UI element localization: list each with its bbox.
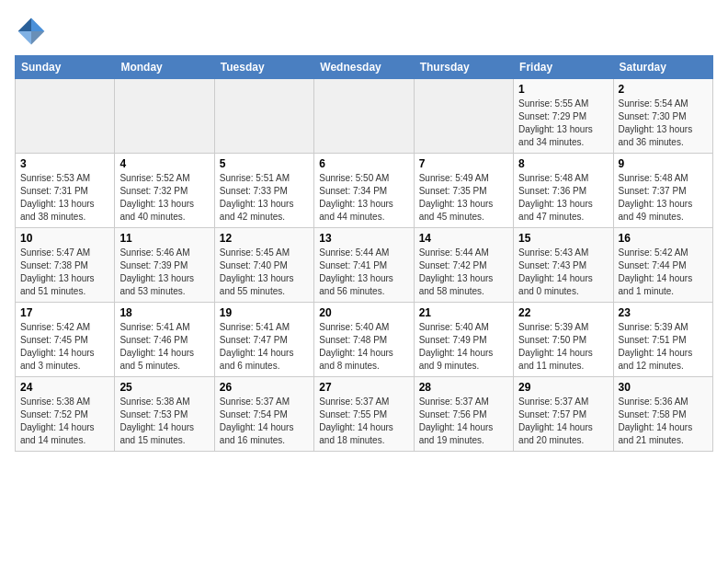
day-cell — [214, 79, 313, 154]
svg-marker-1 — [18, 18, 31, 31]
day-cell: 13Sunrise: 5:44 AMSunset: 7:41 PMDayligh… — [314, 228, 414, 303]
day-cell: 14Sunrise: 5:44 AMSunset: 7:42 PMDayligh… — [414, 228, 513, 303]
day-info: Sunrise: 5:49 AMSunset: 7:35 PMDaylight:… — [419, 172, 508, 224]
day-cell: 23Sunrise: 5:39 AMSunset: 7:51 PMDayligh… — [613, 303, 712, 377]
header-thursday: Thursday — [414, 56, 513, 79]
day-number: 27 — [319, 381, 408, 394]
day-info: Sunrise: 5:55 AMSunset: 7:29 PMDaylight:… — [518, 98, 608, 149]
day-number: 21 — [419, 306, 508, 319]
header-sunday: Sunday — [16, 56, 115, 79]
day-cell: 1Sunrise: 5:55 AMSunset: 7:29 PMDaylight… — [514, 79, 613, 154]
day-number: 11 — [119, 232, 209, 245]
day-info: Sunrise: 5:42 AMSunset: 7:44 PMDaylight:… — [619, 247, 708, 298]
day-number: 1 — [518, 83, 608, 96]
day-cell: 28Sunrise: 5:37 AMSunset: 7:56 PMDayligh… — [414, 377, 513, 452]
svg-marker-0 — [31, 18, 44, 31]
day-cell: 10Sunrise: 5:47 AMSunset: 7:38 PMDayligh… — [16, 228, 115, 303]
day-number: 12 — [220, 232, 309, 245]
day-number: 23 — [619, 306, 708, 319]
day-cell: 24Sunrise: 5:38 AMSunset: 7:52 PMDayligh… — [16, 377, 115, 452]
day-info: Sunrise: 5:39 AMSunset: 7:50 PMDaylight:… — [518, 321, 608, 373]
header-wednesday: Wednesday — [314, 56, 414, 79]
day-cell: 16Sunrise: 5:42 AMSunset: 7:44 PMDayligh… — [613, 228, 712, 303]
day-number: 19 — [220, 306, 309, 319]
day-number: 22 — [518, 306, 608, 319]
day-cell: 6Sunrise: 5:50 AMSunset: 7:34 PMDaylight… — [314, 154, 414, 228]
svg-marker-3 — [31, 31, 44, 44]
svg-marker-2 — [18, 31, 31, 44]
day-info: Sunrise: 5:41 AMSunset: 7:46 PMDaylight:… — [119, 321, 209, 373]
day-info: Sunrise: 5:48 AMSunset: 7:36 PMDaylight:… — [518, 172, 608, 224]
logo — [15, 15, 51, 48]
day-info: Sunrise: 5:44 AMSunset: 7:41 PMDaylight:… — [319, 247, 408, 298]
day-info: Sunrise: 5:40 AMSunset: 7:48 PMDaylight:… — [319, 321, 408, 373]
day-number: 16 — [619, 232, 708, 245]
day-info: Sunrise: 5:37 AMSunset: 7:55 PMDaylight:… — [319, 396, 408, 447]
day-number: 25 — [119, 381, 209, 394]
header-friday: Friday — [514, 56, 613, 79]
day-cell: 19Sunrise: 5:41 AMSunset: 7:47 PMDayligh… — [214, 303, 313, 377]
day-number: 5 — [220, 157, 309, 170]
day-number: 4 — [119, 157, 209, 170]
day-number: 29 — [518, 381, 608, 394]
day-cell: 30Sunrise: 5:36 AMSunset: 7:58 PMDayligh… — [613, 377, 712, 452]
logo-icon — [15, 15, 48, 48]
day-info: Sunrise: 5:46 AMSunset: 7:39 PMDaylight:… — [119, 247, 209, 298]
day-info: Sunrise: 5:37 AMSunset: 7:57 PMDaylight:… — [518, 396, 608, 447]
day-info: Sunrise: 5:36 AMSunset: 7:58 PMDaylight:… — [619, 396, 708, 447]
week-row-2: 3Sunrise: 5:53 AMSunset: 7:31 PMDaylight… — [16, 154, 713, 228]
day-number: 17 — [20, 306, 109, 319]
header-row: SundayMondayTuesdayWednesdayThursdayFrid… — [16, 56, 713, 79]
day-cell: 20Sunrise: 5:40 AMSunset: 7:48 PMDayligh… — [314, 303, 414, 377]
day-cell: 3Sunrise: 5:53 AMSunset: 7:31 PMDaylight… — [16, 154, 115, 228]
day-cell: 25Sunrise: 5:38 AMSunset: 7:53 PMDayligh… — [115, 377, 214, 452]
day-info: Sunrise: 5:53 AMSunset: 7:31 PMDaylight:… — [20, 172, 109, 224]
day-info: Sunrise: 5:44 AMSunset: 7:42 PMDaylight:… — [419, 247, 508, 298]
day-info: Sunrise: 5:37 AMSunset: 7:56 PMDaylight:… — [419, 396, 508, 447]
day-info: Sunrise: 5:54 AMSunset: 7:30 PMDaylight:… — [619, 98, 708, 149]
day-info: Sunrise: 5:37 AMSunset: 7:54 PMDaylight:… — [220, 396, 309, 447]
day-cell — [16, 79, 115, 154]
day-number: 26 — [220, 381, 309, 394]
week-row-5: 24Sunrise: 5:38 AMSunset: 7:52 PMDayligh… — [16, 377, 713, 452]
day-cell: 4Sunrise: 5:52 AMSunset: 7:32 PMDaylight… — [115, 154, 214, 228]
day-number: 8 — [518, 157, 608, 170]
day-info: Sunrise: 5:38 AMSunset: 7:53 PMDaylight:… — [119, 396, 209, 447]
day-number: 18 — [119, 306, 209, 319]
header-saturday: Saturday — [613, 56, 712, 79]
header-monday: Monday — [115, 56, 214, 79]
header-tuesday: Tuesday — [214, 56, 313, 79]
day-number: 2 — [619, 83, 708, 96]
day-info: Sunrise: 5:45 AMSunset: 7:40 PMDaylight:… — [220, 247, 309, 298]
day-info: Sunrise: 5:41 AMSunset: 7:47 PMDaylight:… — [220, 321, 309, 373]
day-number: 30 — [619, 381, 708, 394]
day-cell: 15Sunrise: 5:43 AMSunset: 7:43 PMDayligh… — [514, 228, 613, 303]
day-info: Sunrise: 5:52 AMSunset: 7:32 PMDaylight:… — [119, 172, 209, 224]
day-cell: 26Sunrise: 5:37 AMSunset: 7:54 PMDayligh… — [214, 377, 313, 452]
day-cell: 21Sunrise: 5:40 AMSunset: 7:49 PMDayligh… — [414, 303, 513, 377]
day-cell — [115, 79, 214, 154]
day-info: Sunrise: 5:50 AMSunset: 7:34 PMDaylight:… — [319, 172, 408, 224]
day-cell: 8Sunrise: 5:48 AMSunset: 7:36 PMDaylight… — [514, 154, 613, 228]
day-cell: 12Sunrise: 5:45 AMSunset: 7:40 PMDayligh… — [214, 228, 313, 303]
day-cell: 27Sunrise: 5:37 AMSunset: 7:55 PMDayligh… — [314, 377, 414, 452]
day-number: 15 — [518, 232, 608, 245]
day-info: Sunrise: 5:38 AMSunset: 7:52 PMDaylight:… — [20, 396, 109, 447]
day-number: 14 — [419, 232, 508, 245]
day-info: Sunrise: 5:47 AMSunset: 7:38 PMDaylight:… — [20, 247, 109, 298]
day-cell: 2Sunrise: 5:54 AMSunset: 7:30 PMDaylight… — [613, 79, 712, 154]
calendar-table: SundayMondayTuesdayWednesdayThursdayFrid… — [15, 55, 713, 452]
day-cell — [314, 79, 414, 154]
day-number: 28 — [419, 381, 508, 394]
day-number: 7 — [419, 157, 508, 170]
day-number: 24 — [20, 381, 109, 394]
day-number: 10 — [20, 232, 109, 245]
day-cell — [414, 79, 513, 154]
day-number: 6 — [319, 157, 408, 170]
day-info: Sunrise: 5:43 AMSunset: 7:43 PMDaylight:… — [518, 247, 608, 298]
day-cell: 18Sunrise: 5:41 AMSunset: 7:46 PMDayligh… — [115, 303, 214, 377]
week-row-4: 17Sunrise: 5:42 AMSunset: 7:45 PMDayligh… — [16, 303, 713, 377]
day-info: Sunrise: 5:40 AMSunset: 7:49 PMDaylight:… — [419, 321, 508, 373]
header — [15, 15, 713, 48]
day-cell: 5Sunrise: 5:51 AMSunset: 7:33 PMDaylight… — [214, 154, 313, 228]
